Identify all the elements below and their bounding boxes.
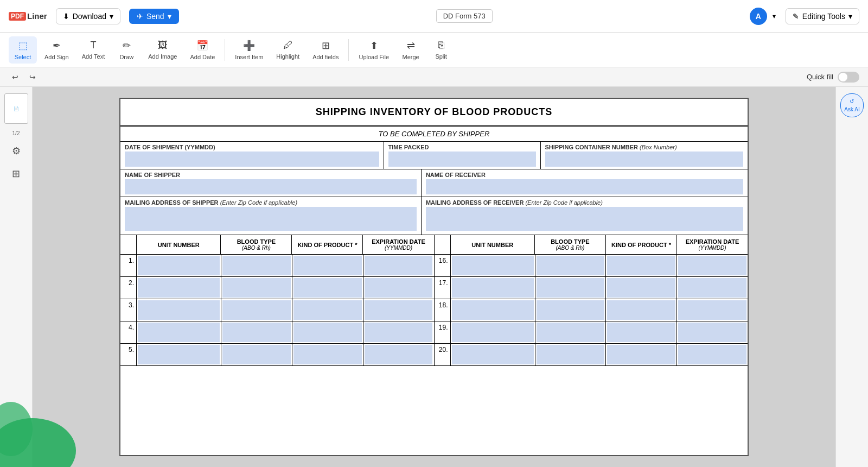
td-expiration[interactable] [363, 255, 434, 276]
td-expiration[interactable] [363, 277, 434, 299]
td-expiration[interactable] [677, 321, 748, 343]
td-blood[interactable] [535, 344, 607, 365]
receiver-addr-input[interactable] [426, 207, 743, 231]
select-label: Select [15, 54, 31, 60]
add-sign-label: Add Sign [44, 54, 69, 60]
add-text-tool[interactable]: T Add Text [76, 36, 111, 63]
td-blood[interactable] [535, 321, 607, 343]
row-num: 2. [120, 277, 137, 299]
pdf-document: SHIPPING INVENTORY OF BLOOD PRODUCTS TO … [119, 98, 749, 456]
add-image-tool[interactable]: 🖼 Add Image [143, 36, 182, 63]
container-input[interactable] [545, 152, 743, 167]
highlight-tool[interactable]: 🖊 Highlight [271, 36, 305, 63]
row-num: 18. [435, 299, 451, 321]
user-chevron-icon[interactable]: ▾ [773, 12, 776, 20]
td-product[interactable] [606, 277, 677, 299]
merge-label: Merge [402, 54, 419, 60]
td-expiration[interactable] [363, 299, 434, 321]
draw-tool[interactable]: ✏ Draw [112, 36, 141, 64]
add-date-icon: 📅 [196, 40, 208, 52]
td-expiration[interactable] [677, 277, 748, 299]
select-icon: ⬚ [18, 40, 28, 52]
add-image-label: Add Image [148, 53, 177, 60]
send-button[interactable]: ✈ Send ▾ [129, 9, 179, 24]
td-unit[interactable] [137, 321, 221, 343]
td-product[interactable] [292, 299, 363, 321]
td-expiration[interactable] [363, 344, 434, 365]
time-input[interactable] [388, 152, 536, 167]
table-row: 4. [120, 321, 434, 344]
td-blood[interactable] [221, 255, 292, 276]
select-tool[interactable]: ⬚ Select [9, 36, 37, 64]
toggle-knob [839, 73, 847, 81]
redo-button[interactable]: ↪ [26, 71, 39, 84]
page-thumb-1[interactable]: 📄 [4, 93, 28, 124]
insert-item-tool[interactable]: ➕ Insert Item [229, 36, 269, 64]
user-avatar[interactable]: A [750, 8, 767, 25]
td-unit[interactable] [451, 277, 535, 299]
td-unit[interactable] [137, 344, 221, 365]
td-unit[interactable] [137, 277, 221, 299]
sidebar-settings-icon[interactable]: ⚙ [10, 143, 23, 159]
td-expiration[interactable] [677, 299, 748, 321]
form-title: SHIPPING INVENTORY OF BLOOD PRODUCTS [120, 99, 748, 127]
container-cell: SHIPPING CONTAINER NUMBER (Box Number) [541, 142, 748, 169]
send-chevron-icon: ▾ [168, 12, 171, 21]
add-sign-tool[interactable]: ✒ Add Sign [39, 36, 74, 64]
blob-bottom-left [0, 386, 108, 467]
header: PDF Liner ⬇ Download ▾ ✈ Send ▾ DD Form … [0, 0, 868, 33]
receiver-name-input[interactable] [426, 179, 743, 194]
time-cell: TIME PACKED [384, 142, 541, 169]
td-blood[interactable] [221, 299, 292, 321]
td-product[interactable] [292, 255, 363, 276]
shipper-addr-input[interactable] [125, 207, 417, 231]
th-blood-type-right: BLOOD TYPE (ABO & Rh) [535, 235, 606, 254]
shipper-name-cell: NAME OF SHIPPER [120, 169, 422, 197]
td-expiration[interactable] [677, 344, 748, 365]
undo-button[interactable]: ↩ [9, 71, 22, 84]
split-tool[interactable]: ⎘ Split [427, 36, 455, 63]
td-blood[interactable] [535, 255, 607, 276]
td-blood[interactable] [535, 277, 607, 299]
td-unit[interactable] [451, 255, 535, 276]
add-fields-tool[interactable]: ⊞ Add fields [307, 36, 344, 64]
td-expiration[interactable] [677, 255, 748, 276]
th-product-right: KIND OF PRODUCT * [606, 235, 677, 254]
td-blood[interactable] [221, 321, 292, 343]
td-product[interactable] [606, 321, 677, 343]
td-blood[interactable] [221, 277, 292, 299]
quick-fill-toggle[interactable] [838, 72, 859, 83]
add-image-icon: 🖼 [158, 40, 168, 51]
td-unit[interactable] [137, 255, 221, 276]
add-fields-label: Add fields [312, 54, 339, 60]
td-product[interactable] [606, 255, 677, 276]
add-date-tool[interactable]: 📅 Add Date [184, 36, 220, 64]
td-unit[interactable] [451, 344, 535, 365]
td-product[interactable] [292, 277, 363, 299]
td-expiration[interactable] [363, 321, 434, 343]
shipper-name-input[interactable] [125, 179, 417, 194]
td-blood[interactable] [535, 299, 607, 321]
right-panel: ↺ Ask AI [835, 87, 868, 467]
editing-tools-button[interactable]: ✎ Editing Tools ▾ [786, 8, 859, 24]
download-button[interactable]: ⬇ Download ▾ [56, 8, 120, 24]
row-num: 3. [120, 299, 137, 321]
merge-tool[interactable]: ⇌ Merge [397, 36, 425, 64]
td-product[interactable] [606, 344, 677, 365]
receiver-addr-label: MAILING ADDRESS OF RECEIVER (Enter Zip C… [426, 199, 743, 206]
table-row: 1. [120, 255, 434, 277]
upload-file-tool[interactable]: ⬆ Upload File [353, 36, 394, 64]
td-unit[interactable] [137, 299, 221, 321]
td-unit[interactable] [451, 321, 535, 343]
sidebar-expand-icon[interactable]: ⊞ [10, 166, 22, 182]
date-input[interactable] [125, 152, 379, 167]
td-product[interactable] [292, 344, 363, 365]
table-row: 3. [120, 299, 434, 321]
td-blood[interactable] [221, 344, 292, 365]
td-product[interactable] [292, 321, 363, 343]
split-icon: ⎘ [438, 40, 444, 51]
send-icon: ✈ [137, 12, 143, 21]
table-row: 5. [120, 344, 434, 365]
td-unit[interactable] [451, 299, 535, 321]
td-product[interactable] [606, 299, 677, 321]
